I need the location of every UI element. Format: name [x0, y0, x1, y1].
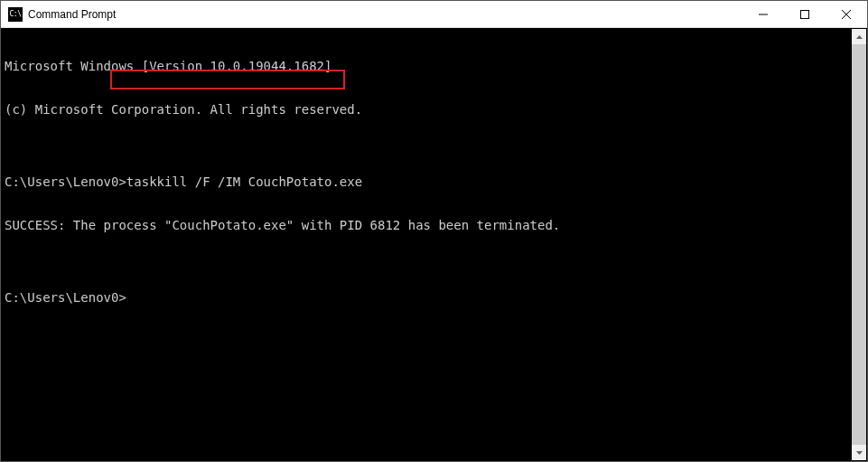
terminal-line: C:\Users\Lenov0>taskkill /F /IM CouchPot… — [5, 174, 863, 189]
window-title: Command Prompt — [28, 8, 742, 21]
close-button[interactable] — [826, 1, 867, 27]
prompt-text: C:\Users\Lenov0> — [5, 290, 126, 305]
terminal-line: SUCCESS: The process "CouchPotato.exe" w… — [5, 218, 863, 232]
terminal-area[interactable]: Microsoft Windows [Version 10.0.19044.16… — [1, 28, 867, 461]
titlebar[interactable]: C:\ Command Prompt — [1, 1, 867, 28]
scrollbar-track[interactable] — [852, 44, 866, 445]
scrollbar-thumb[interactable] — [852, 44, 866, 445]
chevron-down-icon — [856, 451, 863, 455]
window-controls — [742, 1, 867, 27]
cmd-icon: C:\ — [8, 7, 23, 22]
maximize-icon — [800, 10, 809, 19]
maximize-button[interactable] — [784, 1, 826, 27]
terminal-line: Microsoft Windows [Version 10.0.19044.16… — [5, 59, 863, 73]
scrollbar-down-button[interactable] — [852, 445, 866, 460]
vertical-scrollbar[interactable] — [852, 29, 866, 460]
minimize-icon — [759, 10, 768, 19]
svg-rect-0 — [801, 10, 809, 18]
close-icon — [842, 10, 851, 19]
cmd-icon-glyph: C:\ — [10, 11, 22, 18]
minimize-button[interactable] — [742, 1, 784, 27]
scrollbar-up-button[interactable] — [852, 29, 866, 44]
chevron-up-icon — [856, 35, 863, 39]
command-prompt-window: C:\ Command Prompt Microsoft Windows [Ve… — [0, 0, 868, 462]
cursor — [126, 292, 134, 305]
terminal-prompt: C:\Users\Lenov0> — [5, 290, 863, 305]
terminal-line: (c) Microsoft Corporation. All rights re… — [5, 102, 863, 117]
